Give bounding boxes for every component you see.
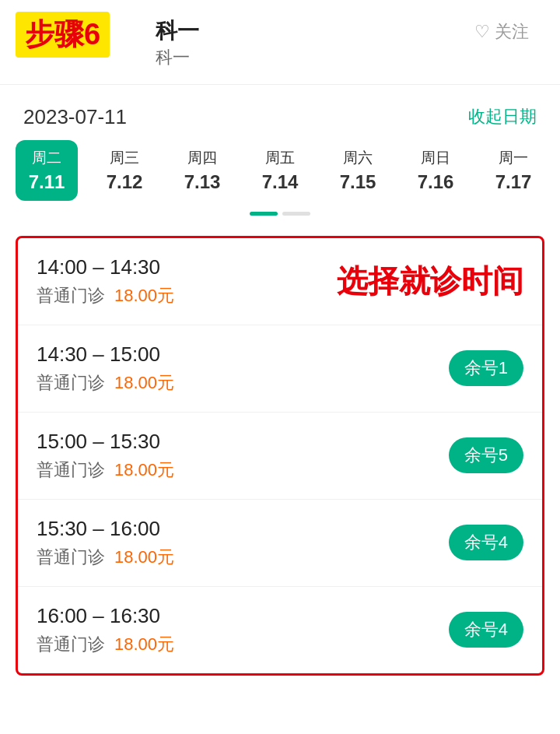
- date-header: 2023-07-11 收起日期: [0, 91, 560, 140]
- day-date-4: 7.15: [340, 171, 376, 193]
- slot-price-0: 18.00元: [114, 284, 174, 307]
- dept-info: 科一 科一: [156, 16, 199, 70]
- slot-meta-0: 普通门诊18.00元: [37, 284, 174, 307]
- day-item-2[interactable]: 周四7.13: [171, 140, 233, 201]
- slot-type-3: 普通门诊: [37, 546, 105, 569]
- dept-name-main: 科一: [156, 16, 199, 46]
- day-label-3: 周五: [265, 148, 295, 168]
- slot-badge-1[interactable]: 余号1: [449, 350, 523, 386]
- day-date-0: 7.11: [29, 171, 65, 193]
- slot-badge-4[interactable]: 余号4: [449, 612, 523, 648]
- day-date-3: 7.14: [262, 171, 299, 193]
- day-date-2: 7.13: [184, 171, 221, 193]
- scroll-dot-active: [250, 212, 278, 216]
- slot-info-4: 16:00 – 16:30普通门诊18.00元: [37, 604, 174, 656]
- current-date: 2023-07-11: [23, 105, 127, 129]
- header: 步骤6 科一 科一 ♡ 关注: [0, 0, 560, 78]
- day-item-5[interactable]: 周日7.16: [404, 140, 467, 201]
- time-slots-container: 14:00 – 14:30普通门诊18.00元选择就诊时间14:30 – 15:…: [16, 236, 544, 676]
- day-label-1: 周三: [110, 148, 139, 168]
- slot-meta-3: 普通门诊18.00元: [37, 546, 174, 569]
- day-item-4[interactable]: 周六7.15: [327, 140, 389, 201]
- page-container: 步骤6 科一 科一 ♡ 关注 2023-07-11 收起日期 周二7.11周三7…: [0, 0, 560, 734]
- day-date-5: 7.16: [418, 171, 454, 193]
- slot-info-2: 15:00 – 15:30普通门诊18.00元: [37, 430, 174, 482]
- slot-time-0: 14:00 – 14:30: [37, 255, 174, 279]
- slot-meta-2: 普通门诊18.00元: [37, 458, 174, 482]
- slot-time-3: 15:30 – 16:00: [37, 517, 174, 541]
- slot-price-2: 18.00元: [114, 458, 174, 482]
- slot-type-1: 普通门诊: [37, 371, 105, 395]
- slot-price-3: 18.00元: [114, 546, 174, 569]
- day-label-6: 周一: [499, 148, 528, 168]
- day-item-1[interactable]: 周三7.12: [93, 140, 156, 201]
- select-time-label: 选择就诊时间: [337, 260, 523, 303]
- follow-button[interactable]: ♡ 关注: [467, 16, 537, 48]
- heart-icon: ♡: [474, 22, 490, 42]
- day-item-3[interactable]: 周五7.14: [249, 140, 311, 201]
- time-slot-1[interactable]: 14:30 – 15:00普通门诊18.00元余号1: [18, 325, 542, 413]
- time-slot-0[interactable]: 14:00 – 14:30普通门诊18.00元选择就诊时间: [18, 238, 542, 325]
- day-label-5: 周日: [421, 148, 450, 168]
- day-item-6[interactable]: 周一7.17: [482, 140, 544, 201]
- time-slot-2[interactable]: 15:00 – 15:30普通门诊18.00元余号5: [18, 413, 542, 500]
- time-slot-4[interactable]: 16:00 – 16:30普通门诊18.00元余号4: [18, 587, 542, 673]
- follow-label: 关注: [495, 20, 529, 44]
- slot-badge-3[interactable]: 余号4: [449, 525, 523, 560]
- day-label-2: 周四: [187, 148, 217, 168]
- slot-info-1: 14:30 – 15:00普通门诊18.00元: [37, 342, 174, 395]
- dept-name-sub: 科一: [156, 46, 199, 70]
- header-divider: [0, 84, 560, 85]
- time-slot-3[interactable]: 15:30 – 16:00普通门诊18.00元余号4: [18, 500, 542, 587]
- collapse-date-button[interactable]: 收起日期: [468, 105, 537, 128]
- slot-price-4: 18.00元: [114, 633, 174, 656]
- day-date-6: 7.17: [495, 171, 532, 193]
- step-badge: 步骤6: [16, 12, 110, 58]
- slot-type-0: 普通门诊: [37, 284, 105, 307]
- day-picker: 周二7.11周三7.12周四7.13周五7.14周六7.15周日7.16周一7.…: [0, 140, 560, 209]
- slot-price-1: 18.00元: [114, 371, 174, 395]
- scroll-dot-inactive: [282, 212, 310, 216]
- slot-badge-2[interactable]: 余号5: [449, 437, 523, 473]
- slot-info-0: 14:00 – 14:30普通门诊18.00元: [37, 255, 174, 307]
- slot-time-2: 15:00 – 15:30: [37, 430, 174, 454]
- slot-info-3: 15:30 – 16:00普通门诊18.00元: [37, 517, 174, 569]
- day-label-0: 周二: [32, 148, 61, 168]
- day-item-0[interactable]: 周二7.11: [16, 140, 78, 201]
- day-label-4: 周六: [343, 148, 373, 168]
- day-date-1: 7.12: [107, 171, 143, 193]
- slot-time-1: 14:30 – 15:00: [37, 342, 174, 367]
- slot-meta-1: 普通门诊18.00元: [37, 371, 174, 395]
- slot-meta-4: 普通门诊18.00元: [37, 633, 174, 656]
- slot-time-4: 16:00 – 16:30: [37, 604, 174, 628]
- slot-type-4: 普通门诊: [37, 633, 105, 656]
- slot-type-2: 普通门诊: [37, 458, 105, 482]
- scroll-indicator: [0, 209, 560, 228]
